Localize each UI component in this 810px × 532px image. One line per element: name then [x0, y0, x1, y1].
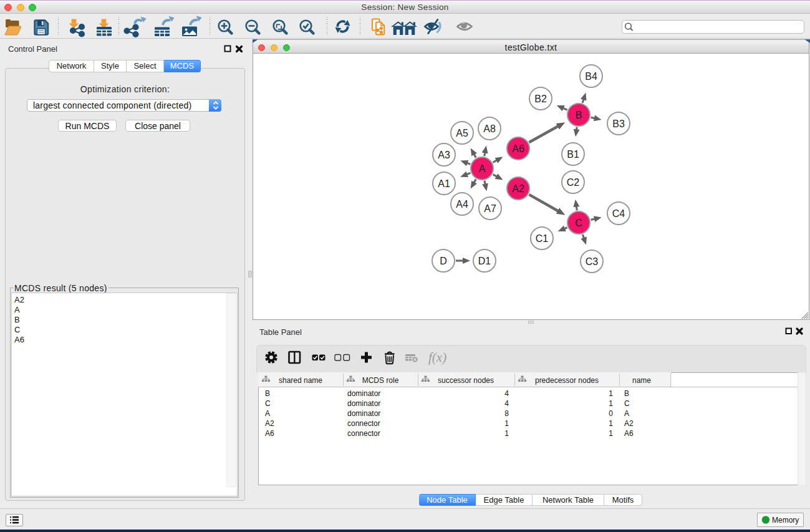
svg-text:1: 1 — [609, 419, 613, 428]
svg-text:1: 1 — [504, 429, 509, 438]
svg-text:name: name — [632, 376, 651, 385]
svg-text:1: 1 — [504, 419, 509, 428]
svg-text:A6: A6 — [265, 429, 274, 438]
svg-text:A: A — [624, 409, 629, 418]
svg-text:shared name: shared name — [279, 376, 322, 385]
svg-text:predecessor nodes: predecessor nodes — [535, 376, 599, 385]
svg-text:1: 1 — [609, 389, 613, 398]
svg-text:C: C — [265, 399, 271, 408]
svg-text:4: 4 — [504, 399, 509, 408]
svg-text:A: A — [265, 409, 270, 418]
svg-text:1: 1 — [609, 429, 613, 438]
svg-text:dominator: dominator — [347, 399, 380, 408]
svg-text:f(x): f(x) — [428, 350, 446, 365]
svg-text:connector: connector — [347, 419, 380, 428]
svg-text:dominator: dominator — [347, 409, 380, 418]
svg-text:4: 4 — [504, 389, 509, 398]
svg-text:connector: connector — [347, 429, 380, 438]
svg-text:A6: A6 — [624, 429, 634, 438]
svg-text:successor nodes: successor nodes — [438, 376, 494, 385]
svg-text:A2: A2 — [624, 419, 634, 428]
svg-text:Memory: Memory — [772, 516, 799, 525]
svg-text:A2: A2 — [265, 419, 274, 428]
svg-text:MCDS role: MCDS role — [362, 376, 399, 385]
svg-text:0: 0 — [609, 409, 613, 418]
svg-text:B: B — [624, 389, 629, 398]
svg-text:C: C — [624, 399, 630, 408]
svg-text:B: B — [265, 389, 270, 398]
svg-text:1: 1 — [609, 399, 613, 408]
svg-text:dominator: dominator — [347, 389, 380, 398]
svg-text:8: 8 — [504, 409, 509, 418]
